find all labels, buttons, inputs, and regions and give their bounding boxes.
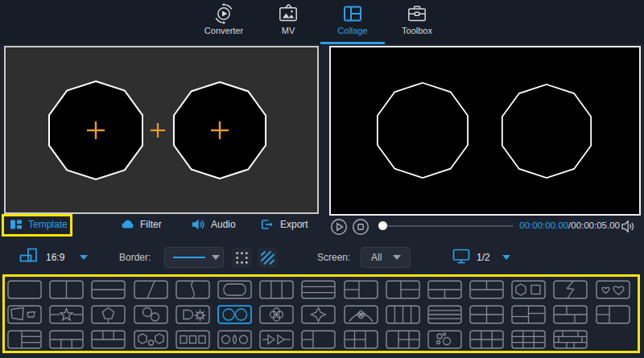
template-top-two-bottom-one[interactable] [469, 280, 504, 299]
collage-icon [342, 3, 363, 24]
preview-canvas[interactable] [329, 46, 641, 216]
template-four-point-star[interactable] [301, 305, 336, 324]
template-grid-3x3[interactable] [511, 330, 546, 349]
template-diagonal-split[interactable] [134, 280, 168, 299]
template-offset-grid-b[interactable] [553, 305, 588, 324]
template-two-trapezoids[interactable] [7, 305, 42, 324]
stop-button[interactable] [352, 218, 369, 236]
preview-decagon-cells [331, 47, 639, 214]
template-arch-flower[interactable] [344, 305, 378, 324]
progress-slider[interactable] [382, 225, 514, 227]
monitor-icon [452, 249, 470, 264]
template-top-one-bottom-two[interactable] [427, 280, 462, 299]
template-left-one-right-two[interactable] [386, 280, 420, 299]
template-top-three-bottom-one[interactable] [91, 330, 126, 349]
template-two-circles-offset[interactable] [134, 305, 168, 324]
dotted-square-icon [235, 251, 249, 265]
template-left-one-grid-four[interactable] [386, 330, 420, 349]
template-two-columns[interactable] [49, 280, 84, 299]
stop-icon [352, 218, 369, 236]
tab-label: Filter [140, 219, 162, 230]
tab-toolbox[interactable]: Toolbox [385, 3, 449, 43]
nav-label: MV [282, 26, 295, 35]
template-grid [7, 280, 640, 355]
tab-collage[interactable]: Collage [320, 3, 385, 43]
tab-label: Export [280, 219, 308, 230]
template-two-hearts[interactable] [596, 280, 630, 299]
template-two-rows[interactable] [91, 280, 126, 299]
template-grid-row [7, 305, 640, 324]
template-three-rows[interactable] [301, 280, 336, 299]
border-label: Border: [119, 252, 151, 263]
aspect-ratio-icon [19, 248, 38, 264]
total-time: /00:00:05.00 [568, 220, 620, 230]
template-star-band[interactable] [49, 305, 84, 324]
template-two-circles[interactable] [217, 305, 252, 324]
template-left-two-right-one[interactable] [344, 280, 378, 299]
template-top-one-bottom-three[interactable] [49, 330, 84, 349]
template-icon [10, 218, 23, 231]
border-color-button[interactable] [258, 248, 278, 268]
template-four-rows[interactable] [427, 305, 462, 324]
video-collage-app: Converter MV Collage [0, 0, 644, 358]
tab-template[interactable]: Template [10, 218, 68, 231]
volume-button[interactable] [621, 220, 637, 233]
template-bubbles[interactable] [427, 330, 462, 349]
template-clover[interactable] [259, 305, 294, 324]
template-grid-2x3[interactable] [469, 330, 504, 349]
tab-filter[interactable]: Filter [121, 218, 162, 231]
template-shape-and-gear[interactable] [175, 305, 210, 324]
filter-cloud-icon [121, 218, 134, 231]
audio-speaker-icon [192, 218, 205, 231]
template-offset-grid-a[interactable] [511, 305, 546, 324]
aspect-ratio-value[interactable]: 16:9 [46, 252, 64, 263]
nav-label: Converter [204, 26, 243, 35]
aspect-ratio-caret[interactable] [80, 255, 88, 260]
template-circle-lens-circle[interactable] [217, 330, 252, 349]
template-three-columns[interactable] [259, 280, 294, 299]
converter-icon [213, 3, 234, 24]
screen-dropdown-caret [393, 255, 401, 260]
template-left-one-right-three[interactable] [7, 330, 42, 349]
template-grid-2x2[interactable] [469, 305, 504, 324]
screen-dropdown[interactable]: All [361, 247, 411, 268]
template-mosaic[interactable] [553, 330, 588, 349]
tab-label: Audio [211, 219, 236, 230]
template-three-squares[interactable] [175, 330, 210, 349]
template-grid-four-right-one[interactable] [344, 330, 378, 349]
screen-page-indicator: 1/2 [477, 252, 490, 263]
editor-canvas[interactable] [4, 46, 319, 214]
border-style-dropdown[interactable] [164, 247, 224, 268]
border-line-sample [173, 257, 205, 258]
template-left-two-right-one-b[interactable] [301, 330, 336, 349]
current-time: 00:00:00.00 [519, 220, 568, 230]
volume-icon [621, 220, 637, 233]
template-hex-circle-hex[interactable] [134, 330, 168, 349]
toolbox-icon [407, 3, 427, 24]
template-pentagon[interactable] [91, 305, 126, 324]
nav-label: Toolbox [402, 26, 432, 35]
tab-mv[interactable]: MV [256, 3, 320, 43]
tab-converter[interactable]: Converter [192, 3, 256, 43]
play-button[interactable] [330, 218, 348, 236]
tab-audio[interactable]: Audio [192, 218, 236, 231]
template-two-arrows[interactable] [259, 330, 294, 349]
play-icon [330, 218, 348, 236]
template-rounded-inset[interactable] [217, 280, 252, 299]
template-grid-row [7, 280, 640, 299]
template-four-columns[interactable] [386, 305, 420, 324]
border-dash-button[interactable] [232, 248, 252, 268]
export-icon [261, 218, 275, 231]
hatch-icon [261, 251, 275, 265]
template-lightning-split[interactable] [553, 280, 588, 299]
tab-export[interactable]: Export [261, 218, 308, 231]
template-wave-split[interactable] [175, 280, 210, 299]
main-nav: Converter MV Collage [192, 3, 449, 43]
template-single[interactable] [7, 280, 42, 299]
screen-page-caret[interactable] [502, 255, 510, 260]
progress-knob[interactable] [378, 221, 387, 230]
template-grid-row [7, 330, 640, 349]
template-hexagon-square[interactable] [511, 280, 546, 299]
template-left-two-right-one-wide[interactable] [596, 305, 630, 324]
top-navigation: Converter MV Collage [0, 0, 644, 44]
